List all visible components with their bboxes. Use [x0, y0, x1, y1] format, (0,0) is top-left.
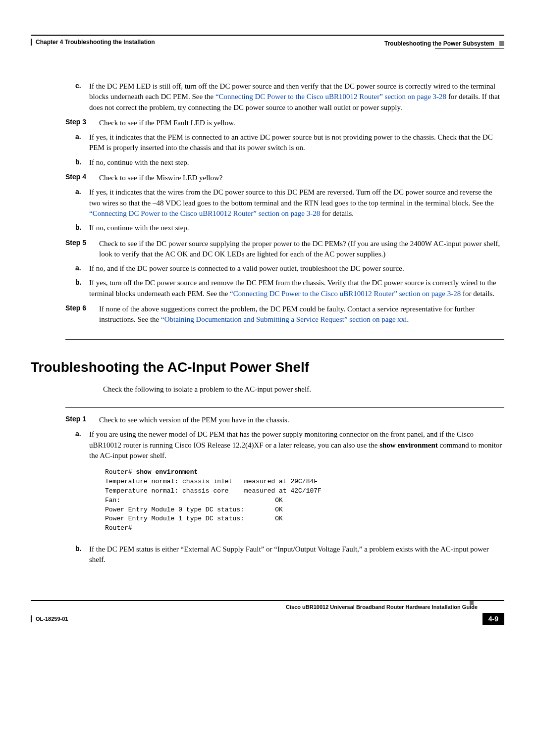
footer-marker-icon	[470, 601, 474, 605]
step5b-marker: b.	[75, 278, 84, 299]
steps-start-rule	[65, 407, 504, 408]
step5a-text: If no, and if the DC power source is con…	[89, 263, 504, 274]
link-dc-power-3[interactable]: “Connecting DC Power to the Cisco uBR100…	[230, 290, 461, 298]
section-heading-ac-shelf: Troubleshooting the AC-Input Power Shelf	[31, 359, 504, 375]
sec-step1a-marker: a.	[75, 429, 84, 540]
header-chapter: Chapter 4 Troubleshooting the Installati…	[36, 39, 155, 46]
page-number-badge: 4-9	[482, 613, 504, 625]
cmd-show-env-inline: show environment	[379, 441, 438, 449]
link-service-request[interactable]: “Obtaining Documentation and Submitting …	[161, 315, 407, 323]
step3a-text: If yes, it indicates that the PEM is con…	[89, 132, 504, 153]
footer-guide-title: Cisco uBR10012 Universal Broadband Route…	[31, 604, 504, 610]
step3b-marker: b.	[75, 157, 84, 168]
header-marker-icon	[499, 41, 504, 46]
steps-end-rule	[65, 339, 504, 340]
step3-label: Step 3	[65, 118, 91, 128]
header-section: Troubleshooting the Power Subsystem	[384, 40, 494, 47]
sec-step1-label: Step 1	[65, 415, 91, 425]
step5-text: Check to see if the DC power source supp…	[99, 239, 504, 260]
sec-step1a-text: If you are using the newer model of DC P…	[89, 429, 504, 540]
step4b-text: If no, continue with the next step.	[89, 223, 504, 233]
step4a-marker: a.	[75, 187, 84, 219]
step5-label: Step 5	[65, 239, 91, 260]
step4b-marker: b.	[75, 223, 84, 233]
step3a-marker: a.	[75, 132, 84, 153]
step6-text: If none of the above suggestions correct…	[99, 304, 504, 325]
step5a-marker: a.	[75, 263, 84, 274]
cli-command: show environment	[136, 468, 198, 476]
link-dc-power-1[interactable]: “Connecting DC Power to the Cisco uBR100…	[215, 93, 446, 101]
step3b-text: If no, continue with the next step.	[89, 157, 504, 168]
section-intro: Check the following to isolate a problem…	[103, 384, 504, 395]
step4-label: Step 4	[65, 173, 91, 183]
header-underline	[435, 48, 504, 49]
text-c: If the DC PEM LED is still off, turn off…	[89, 81, 504, 113]
sec-step1b-text: If the DC PEM status is either “External…	[89, 544, 504, 565]
sec-step1b-marker: b.	[75, 544, 84, 565]
footer-docnum: OL-18259-01	[36, 616, 68, 622]
step4a-text: If yes, it indicates that the wires from…	[89, 187, 504, 219]
step5b-text: If yes, turn off the DC power source and…	[89, 278, 504, 299]
sec-step1-text: Check to see which version of the PEM yo…	[99, 415, 504, 425]
marker-c: c.	[75, 81, 84, 113]
step3-text: Check to see if the PEM Fault LED is yel…	[99, 118, 504, 128]
step6-label: Step 6	[65, 304, 91, 325]
link-dc-power-2[interactable]: “Connecting DC Power to the Cisco uBR100…	[89, 209, 320, 217]
step4-text: Check to see if the Miswire LED yellow?	[99, 173, 504, 183]
cli-output: Router# show environment Temperature nor…	[105, 468, 504, 533]
